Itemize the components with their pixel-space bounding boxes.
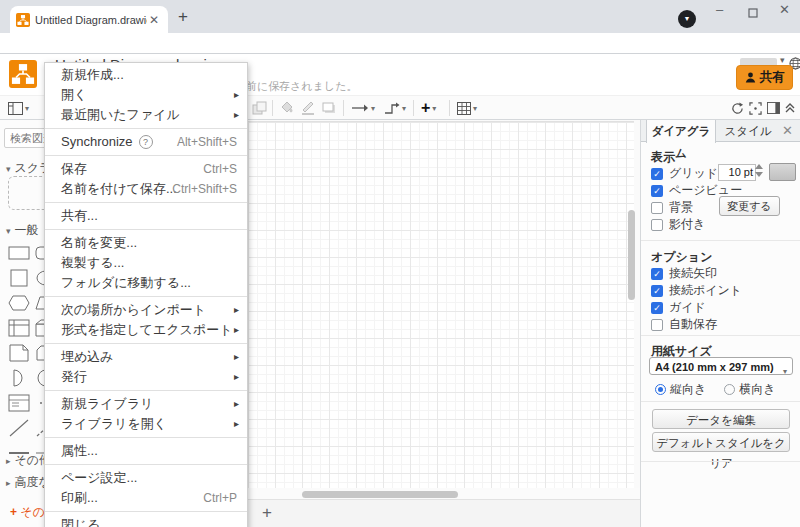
chrome-update-icon[interactable]: ▼ [678, 10, 696, 28]
menu-item-shortcut: Alt+Shift+S [177, 132, 237, 152]
menu-item[interactable]: 属性... [45, 441, 247, 461]
shape-list[interactable] [5, 390, 32, 415]
radio-selected-icon[interactable] [655, 384, 666, 395]
shape-internal-storage[interactable] [5, 315, 32, 340]
line-color-icon [300, 100, 316, 116]
section-general[interactable]: ▾一般 [6, 222, 39, 239]
checkbox-checked-icon[interactable]: ✓ [651, 268, 663, 280]
menu-item[interactable]: 新規作成... [45, 65, 247, 85]
orientation-option[interactable]: 縦向き [655, 381, 706, 398]
submenu-arrow-icon: ▸ [234, 347, 239, 367]
checkbox-checked-icon[interactable]: ✓ [651, 302, 663, 314]
menu-item[interactable]: Synchronize?Alt+Shift+S [45, 132, 247, 152]
menu-item[interactable]: 形式を指定してエクスポート▸ [45, 320, 247, 340]
tab-style[interactable]: スタイル [717, 120, 779, 142]
account-caret-icon[interactable]: ▾ [780, 55, 785, 65]
orientation-option[interactable]: 横向き [724, 381, 775, 398]
chevron-right-icon: ▸ [6, 478, 11, 488]
menu-item-shortcut: Ctrl+P [203, 488, 237, 508]
horizontal-scrollbar[interactable] [302, 491, 458, 498]
drawio-favicon [16, 13, 30, 27]
menu-separator [45, 155, 247, 156]
table-icon[interactable]: ▾ [457, 100, 477, 116]
menu-item[interactable]: 埋め込み▸ [45, 347, 247, 367]
format-panel-tabbar: ダイアグラム スタイル ✕ [641, 120, 800, 142]
collapse-expand-icon[interactable] [784, 100, 796, 116]
grid-color-swatch[interactable] [769, 163, 796, 181]
clear-default-style-button[interactable]: デフォルトスタイルをクリア [652, 432, 790, 452]
menu-item[interactable]: 閉じる [45, 515, 247, 527]
menu-item[interactable]: ページ設定... [45, 468, 247, 488]
shape-hexagon[interactable] [5, 290, 32, 315]
checkbox-row[interactable]: 影付き [651, 216, 800, 233]
checkbox-unchecked-icon[interactable] [651, 219, 663, 231]
view-panels-icon[interactable]: ▾ [8, 100, 29, 116]
checkbox-checked-icon[interactable]: ✓ [651, 285, 663, 297]
grid-size-stepper[interactable] [755, 164, 764, 181]
window-minimize-button[interactable]: – [716, 2, 723, 17]
edit-data-button[interactable]: データを編集 [652, 409, 790, 429]
checkbox-checked-icon[interactable]: ✓ [651, 185, 663, 197]
menu-item[interactable]: 印刷...Ctrl+P [45, 488, 247, 508]
diagram-canvas[interactable]: + [212, 120, 640, 527]
canvas-page-grid[interactable] [248, 121, 634, 489]
fit-page-icon[interactable] [749, 100, 762, 116]
panel-divider [641, 401, 800, 402]
menu-item-label: 保存 [61, 161, 87, 176]
menu-item[interactable]: 複製する... [45, 253, 247, 273]
add-page-button[interactable]: + [262, 503, 272, 523]
shape-note[interactable] [5, 340, 32, 365]
menu-item[interactable]: 開く▸ [45, 85, 247, 105]
checkbox-row[interactable]: ✓接続ポイント [651, 282, 800, 299]
checkbox-row[interactable]: ✓接続矢印 [651, 265, 800, 282]
checkbox-label: 自動保存 [669, 316, 717, 333]
checkbox-row[interactable]: ✓ガイド [651, 299, 800, 316]
window-maximize-button[interactable] [748, 6, 758, 21]
shape-square[interactable] [5, 265, 32, 290]
share-button[interactable]: 共有 [736, 65, 793, 90]
reset-view-icon[interactable] [731, 100, 744, 116]
menu-item[interactable]: 名前を付けて保存...Ctrl+Shift+S [45, 179, 247, 199]
checkbox-row[interactable]: 自動保存 [651, 316, 800, 333]
checkbox-checked-icon[interactable]: ✓ [651, 168, 663, 180]
menu-item[interactable]: 名前を変更... [45, 233, 247, 253]
checkbox-label: 接続矢印 [669, 265, 717, 282]
menu-item[interactable]: 新規ライブラリ▸ [45, 394, 247, 414]
shape-rectangle[interactable] [5, 240, 32, 265]
menu-item[interactable]: 次の場所からインポート▸ [45, 300, 247, 320]
checkbox-label: ガイド [669, 299, 706, 316]
new-tab-button[interactable]: + [178, 7, 188, 27]
paper-size-select[interactable]: A4 (210 mm x 297 mm) ▾ [649, 357, 793, 375]
menu-item[interactable]: 共有... [45, 206, 247, 226]
tab-diagram[interactable]: ダイアグラム [646, 120, 716, 143]
orientation-radios: 縦向き横向き [655, 381, 776, 398]
window-close-button[interactable]: ✕ [779, 2, 790, 17]
checkbox-unchecked-icon[interactable] [651, 319, 663, 331]
menu-item-label: 発行 [61, 369, 87, 384]
shape-half-circle[interactable] [5, 365, 32, 390]
menu-separator [45, 390, 247, 391]
insert-icon[interactable]: +▾ [421, 100, 436, 116]
view-section-header: 表示 [651, 149, 675, 166]
toolbar-divider [343, 100, 344, 116]
paste-style-icon [252, 100, 267, 116]
waypoint-connector-icon[interactable]: ▾ [384, 100, 406, 116]
grid-size-input[interactable]: 10 pt [718, 164, 756, 181]
help-icon[interactable]: ? [139, 135, 153, 149]
browser-window: Untitled Diagram.drawio - diagra ✕ + ▼ –… [0, 0, 800, 527]
menu-item[interactable]: 発行▸ [45, 367, 247, 387]
vertical-scrollbar[interactable] [628, 210, 635, 300]
toggle-format-panel-icon[interactable] [767, 100, 780, 116]
shape-diagonal-line[interactable] [5, 415, 32, 440]
menu-item[interactable]: 最近開いたファイル▸ [45, 105, 247, 125]
menu-item[interactable]: 保存Ctrl+S [45, 159, 247, 179]
checkbox-unchecked-icon[interactable] [651, 202, 663, 214]
tab-close-icon[interactable]: ✕ [149, 13, 159, 27]
radio-unselected-icon[interactable] [724, 384, 735, 395]
menu-item[interactable]: フォルダに移動する... [45, 273, 247, 293]
menu-item[interactable]: ライブラリを開く▸ [45, 414, 247, 434]
change-background-button[interactable]: 変更する [719, 196, 780, 216]
connection-arrow-icon[interactable]: ▾ [351, 100, 375, 116]
browser-tab[interactable]: Untitled Diagram.drawio - diagra ✕ [10, 6, 168, 33]
panel-close-icon[interactable]: ✕ [782, 123, 793, 138]
